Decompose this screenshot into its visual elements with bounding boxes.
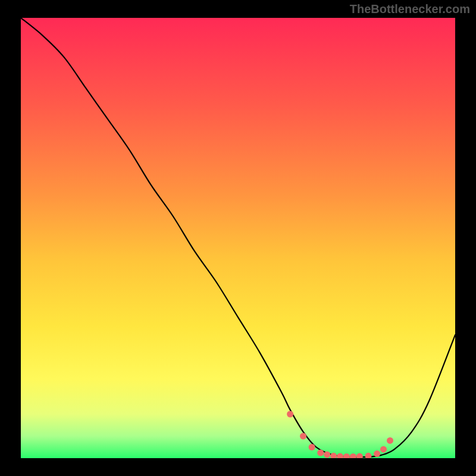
chart-marker-dot xyxy=(387,437,393,444)
chart-svg xyxy=(21,18,455,458)
chart-background xyxy=(21,18,455,458)
chart-plot-area xyxy=(21,18,455,458)
chart-marker-dot xyxy=(309,444,315,450)
chart-marker-dot xyxy=(380,446,387,453)
chart-marker-dot xyxy=(287,411,293,418)
watermark-text: TheBottlenecker.com xyxy=(350,2,470,16)
chart-marker-dot xyxy=(324,452,330,458)
chart-marker-dot xyxy=(374,450,380,457)
chart-marker-dot xyxy=(317,450,324,456)
chart-marker-dot xyxy=(300,433,306,440)
